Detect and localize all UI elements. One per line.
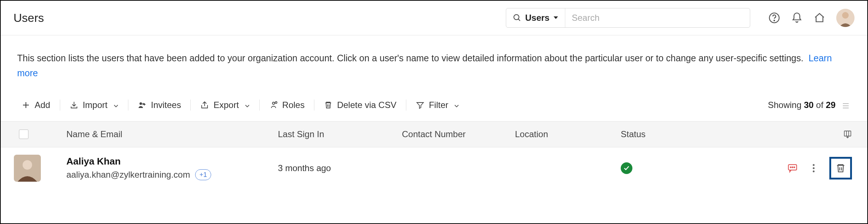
- delete-csv-button[interactable]: Delete via CSV: [314, 99, 406, 112]
- status-active-icon: [621, 162, 632, 174]
- export-label: Export: [213, 100, 239, 110]
- column-actions: [734, 130, 852, 139]
- status-cell: [621, 162, 734, 174]
- filter-label: Filter: [429, 100, 448, 110]
- showing-counter: Showing 30 of 29: [768, 100, 851, 110]
- user-avatar: [14, 155, 41, 182]
- filter-icon: [416, 101, 425, 109]
- last-signin-cell: 3 months ago: [278, 163, 402, 173]
- more-icon[interactable]: [808, 163, 819, 174]
- help-icon[interactable]: [768, 12, 780, 24]
- trash-icon: [324, 101, 333, 109]
- row-avatar-cell: [7, 155, 66, 182]
- search-scope-label: Users: [525, 13, 550, 23]
- import-label: Import: [83, 100, 108, 110]
- svg-point-30: [813, 170, 815, 172]
- chevron-down-icon: [454, 100, 459, 110]
- action-toolbar: Add Import Invitees Export Roles: [1, 85, 867, 121]
- trash-icon: [835, 163, 846, 174]
- header-bar: Users Users: [1, 1, 867, 35]
- invitees-label: Invitees: [151, 100, 181, 110]
- profile-avatar[interactable]: [836, 9, 855, 27]
- svg-point-28: [813, 164, 815, 166]
- add-label: Add: [35, 100, 50, 110]
- svg-point-27: [794, 167, 795, 168]
- svg-line-1: [518, 19, 520, 21]
- description-text: This section lists the users that have b…: [17, 53, 803, 63]
- search-icon: [513, 13, 522, 22]
- search-wrapper: Users: [506, 8, 750, 28]
- user-name[interactable]: Aaliya Khan: [66, 156, 278, 167]
- svg-point-0: [514, 15, 519, 20]
- invitees-icon: [138, 101, 147, 109]
- caret-down-icon: [553, 15, 558, 21]
- showing-total: 29: [826, 100, 836, 110]
- svg-rect-19: [844, 131, 851, 136]
- filter-button[interactable]: Filter: [406, 99, 469, 112]
- page-title: Users: [13, 11, 44, 25]
- delete-row-button[interactable]: [829, 157, 852, 179]
- svg-point-12: [272, 102, 275, 104]
- column-signin[interactable]: Last Sign In: [278, 129, 402, 139]
- roles-button[interactable]: Roles: [260, 99, 314, 112]
- delete-csv-label: Delete via CSV: [337, 100, 396, 110]
- roles-label: Roles: [282, 100, 305, 110]
- select-all-checkbox[interactable]: [19, 130, 28, 139]
- add-button[interactable]: Add: [17, 99, 60, 112]
- column-name[interactable]: Name & Email: [66, 129, 278, 139]
- list-density-icon[interactable]: [842, 101, 849, 109]
- name-email-cell: Aaliya Khan aaliya.khan@zylkertraining.c…: [66, 156, 278, 180]
- svg-point-29: [813, 167, 815, 169]
- svg-point-13: [275, 101, 277, 103]
- user-email-row: aaliya.khan@zylkertraining.com +1: [66, 169, 278, 180]
- svg-point-26: [792, 167, 793, 168]
- bell-icon[interactable]: [791, 12, 803, 24]
- svg-point-8: [139, 102, 142, 105]
- home-icon[interactable]: [814, 12, 825, 24]
- showing-prefix: Showing: [768, 100, 802, 110]
- chat-icon[interactable]: [787, 163, 798, 174]
- section-description: This section lists the users that have b…: [1, 35, 867, 85]
- chevron-down-icon: [245, 100, 250, 110]
- chevron-down-icon: [113, 100, 119, 110]
- column-settings-icon[interactable]: [843, 130, 852, 139]
- header-checkbox-cell: [19, 130, 66, 139]
- showing-count: 30: [804, 100, 814, 110]
- column-contact[interactable]: Contact Number: [402, 129, 515, 139]
- showing-of: of: [816, 100, 824, 110]
- search-input[interactable]: [565, 13, 750, 23]
- export-button[interactable]: Export: [191, 99, 259, 112]
- svg-point-5: [842, 12, 849, 19]
- search-scope-selector[interactable]: Users: [506, 8, 565, 27]
- table-row[interactable]: Aaliya Khan aaliya.khan@zylkertraining.c…: [1, 147, 867, 189]
- roles-icon: [269, 101, 278, 109]
- row-actions: [734, 157, 852, 179]
- column-location[interactable]: Location: [515, 129, 621, 139]
- svg-point-23: [23, 160, 32, 170]
- export-icon: [200, 101, 209, 109]
- extra-email-badge[interactable]: +1: [195, 169, 211, 180]
- import-button[interactable]: Import: [60, 99, 128, 112]
- svg-point-3: [774, 20, 775, 21]
- table-header: Name & Email Last Sign In Contact Number…: [1, 121, 867, 147]
- invitees-button[interactable]: Invitees: [128, 99, 191, 112]
- svg-point-25: [790, 167, 791, 168]
- plus-icon: [22, 101, 30, 109]
- column-status[interactable]: Status: [621, 129, 734, 139]
- header-icons: [768, 9, 855, 27]
- import-icon: [70, 101, 78, 109]
- user-email: aaliya.khan@zylkertraining.com: [66, 170, 190, 180]
